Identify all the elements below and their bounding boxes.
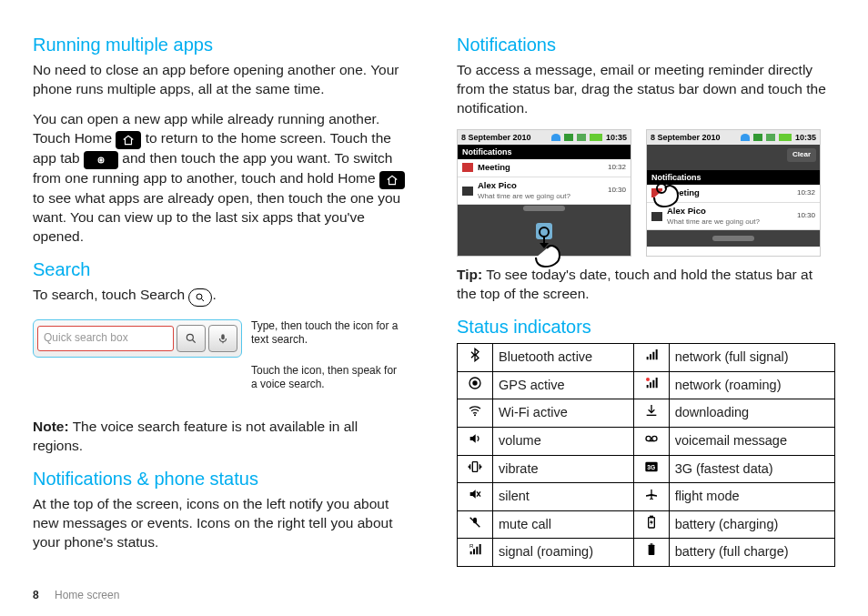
tip-label: Tip: — [457, 267, 482, 282]
status-label: network (roaming) — [669, 371, 834, 399]
svg-rect-4 — [221, 334, 225, 339]
notif-subtext: What time are we going out? — [667, 217, 797, 227]
text: To search, touch Search — [33, 287, 188, 302]
footer-section: Home screen — [55, 589, 119, 601]
status-label: signal (roaming) — [493, 539, 634, 567]
notif-time: 10:30 — [608, 186, 626, 196]
notif-subtext: What time are we going out? — [478, 192, 608, 202]
signal-icon — [633, 344, 669, 372]
svg-point-8 — [472, 380, 477, 385]
text: to see what apps are already open, then … — [33, 190, 400, 244]
drag-handle-icon[interactable] — [523, 206, 565, 211]
svg-point-12 — [646, 436, 651, 440]
status-label: downloading — [669, 399, 834, 428]
svg-point-3 — [187, 334, 193, 340]
touch-gesture-icon — [520, 223, 569, 271]
annotation-voice-search: Touch the icon, then speak for a voice s… — [251, 364, 406, 392]
status-date: 8 September 2010 — [651, 132, 721, 143]
mail-status-icon — [753, 134, 762, 141]
svg-rect-19 — [650, 516, 652, 517]
status-label: vibrate — [493, 455, 634, 483]
svg-text:R: R — [469, 543, 474, 549]
svg-text:3G: 3G — [647, 463, 655, 470]
svg-point-10 — [646, 378, 650, 381]
svg-rect-14 — [472, 461, 477, 471]
voice-search-button[interactable] — [208, 325, 237, 352]
heading-notifications: Notifications — [457, 33, 835, 57]
status-row: silentflight mode — [458, 483, 835, 511]
wifi-icon — [551, 134, 560, 141]
svg-rect-21 — [648, 545, 654, 555]
volume-icon — [458, 428, 493, 456]
bat-full-icon — [633, 539, 669, 567]
para-running-2: You can open a new app while already run… — [33, 110, 411, 247]
status-row: Wi-Fi activedownloading — [458, 399, 835, 428]
search-button[interactable] — [177, 325, 206, 352]
wifi-icon — [458, 399, 493, 428]
home-icon — [116, 131, 141, 149]
shade-handle-area[interactable] — [458, 205, 631, 256]
battery-icon — [779, 134, 792, 141]
bat-chg-icon — [633, 510, 669, 539]
status-time: 10:35 — [795, 132, 816, 143]
status-label: 3G (fastest data) — [669, 455, 834, 483]
para-search: To search, touch Search . — [33, 286, 411, 307]
clear-button[interactable]: Clear — [787, 148, 816, 162]
page-number: 8 — [33, 589, 39, 601]
notif-time: 10:32 — [608, 163, 626, 173]
silent-icon — [458, 483, 493, 511]
text: . — [212, 287, 216, 302]
status-label: Bluetooth active — [493, 344, 634, 372]
status-label: battery (full charge) — [669, 539, 834, 567]
touch-gesture-icon — [649, 183, 685, 221]
status-row: GPS activenetwork (roaming) — [458, 371, 835, 399]
svg-point-13 — [651, 436, 656, 440]
heading-notif-status: Notifications & phone status — [33, 467, 411, 491]
svg-rect-22 — [650, 544, 652, 545]
status-label: GPS active — [493, 371, 634, 399]
roam-sig-icon: R — [458, 539, 493, 567]
status-label: silent — [493, 483, 634, 511]
status-label: flight mode — [669, 483, 834, 511]
quick-search-box[interactable]: Quick search box — [33, 319, 242, 358]
status-row: Rsignal (roaming)battery (full charge) — [458, 539, 835, 567]
vibrate-icon — [458, 455, 493, 483]
phone-screenshot-2: 8 September 2010 10:35 Clear Notificatio… — [646, 129, 821, 258]
notification-meeting[interactable]: Meeting 10:32 — [647, 185, 820, 203]
notification-message[interactable]: Alex Pico What time are we going out? 10… — [458, 177, 631, 206]
search-annotations: Type, then touch the icon for a text sea… — [251, 319, 406, 409]
status-label: voicemail message — [669, 428, 834, 456]
search-input[interactable]: Quick search box — [37, 326, 174, 351]
svg-point-11 — [474, 415, 476, 417]
battery-icon — [590, 134, 602, 141]
status-row: volumevoicemail message — [458, 428, 835, 456]
heading-status-indicators: Status indicators — [457, 315, 835, 339]
notif-label: Alex Pico — [667, 206, 797, 217]
annotation-text-search: Type, then touch the icon for a text sea… — [251, 319, 406, 348]
status-label: battery (charging) — [669, 510, 834, 539]
wifi-icon — [741, 134, 750, 141]
drag-handle-icon[interactable] — [712, 236, 754, 241]
flight-icon — [633, 483, 669, 511]
status-label: network (full signal) — [669, 344, 834, 372]
signal-icon — [577, 134, 586, 141]
phone-screenshots: 8 September 2010 10:35 Notifications Mee… — [457, 129, 835, 258]
svg-point-1 — [100, 159, 102, 161]
download-icon — [633, 399, 669, 428]
mail-status-icon — [564, 134, 573, 141]
status-row: mute callbattery (charging) — [458, 510, 835, 539]
note-voice-search: Note: The voice search feature is not av… — [33, 418, 411, 456]
mail-icon — [462, 187, 473, 196]
notif-label: Meeting — [667, 187, 797, 199]
search-icon — [188, 288, 212, 307]
home-icon — [379, 171, 405, 189]
signal-roam-icon — [633, 371, 669, 399]
heading-search: Search — [33, 258, 411, 282]
heading-running-apps: Running multiple apps — [33, 33, 411, 57]
status-indicators-table: Bluetooth activenetwork (full signal)GPS… — [457, 343, 835, 567]
status-bar: 8 September 2010 10:35 — [647, 130, 820, 145]
app-tab-icon — [84, 151, 118, 169]
threeg-icon: 3G — [633, 455, 669, 483]
notification-meeting[interactable]: Meeting 10:32 — [458, 159, 631, 177]
mute-icon — [458, 510, 493, 539]
